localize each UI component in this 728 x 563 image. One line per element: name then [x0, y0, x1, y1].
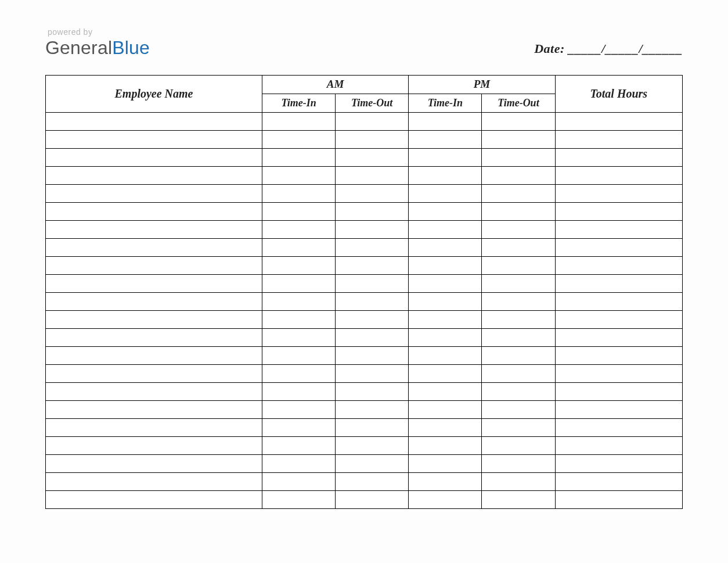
cell-employee-name[interactable]	[46, 166, 262, 184]
cell-pm-time-out[interactable]	[482, 454, 555, 472]
cell-total-hours[interactable]	[555, 490, 682, 508]
cell-am-time-in[interactable]	[262, 130, 335, 148]
cell-employee-name[interactable]	[46, 130, 262, 148]
cell-am-time-in[interactable]	[262, 364, 335, 382]
cell-total-hours[interactable]	[555, 166, 682, 184]
cell-am-time-out[interactable]	[336, 436, 409, 454]
cell-pm-time-in[interactable]	[409, 364, 482, 382]
cell-pm-time-out[interactable]	[482, 238, 555, 256]
cell-employee-name[interactable]	[46, 292, 262, 310]
cell-employee-name[interactable]	[46, 400, 262, 418]
cell-total-hours[interactable]	[555, 256, 682, 274]
cell-am-time-out[interactable]	[336, 274, 409, 292]
cell-pm-time-out[interactable]	[482, 364, 555, 382]
cell-employee-name[interactable]	[46, 382, 262, 400]
cell-total-hours[interactable]	[555, 436, 682, 454]
cell-am-time-in[interactable]	[262, 328, 335, 346]
cell-pm-time-in[interactable]	[409, 328, 482, 346]
cell-employee-name[interactable]	[46, 238, 262, 256]
cell-am-time-in[interactable]	[262, 382, 335, 400]
cell-pm-time-in[interactable]	[409, 346, 482, 364]
cell-am-time-in[interactable]	[262, 418, 335, 436]
cell-total-hours[interactable]	[555, 148, 682, 166]
cell-am-time-out[interactable]	[336, 292, 409, 310]
cell-am-time-out[interactable]	[336, 166, 409, 184]
cell-pm-time-out[interactable]	[482, 130, 555, 148]
cell-pm-time-out[interactable]	[482, 472, 555, 490]
cell-am-time-in[interactable]	[262, 166, 335, 184]
cell-am-time-out[interactable]	[336, 148, 409, 166]
cell-total-hours[interactable]	[555, 274, 682, 292]
cell-am-time-in[interactable]	[262, 112, 335, 130]
cell-am-time-in[interactable]	[262, 238, 335, 256]
cell-employee-name[interactable]	[46, 490, 262, 508]
cell-pm-time-out[interactable]	[482, 346, 555, 364]
cell-pm-time-in[interactable]	[409, 472, 482, 490]
cell-total-hours[interactable]	[555, 400, 682, 418]
cell-total-hours[interactable]	[555, 454, 682, 472]
cell-pm-time-out[interactable]	[482, 490, 555, 508]
cell-pm-time-in[interactable]	[409, 310, 482, 328]
cell-am-time-out[interactable]	[336, 400, 409, 418]
cell-pm-time-out[interactable]	[482, 166, 555, 184]
cell-total-hours[interactable]	[555, 418, 682, 436]
cell-am-time-out[interactable]	[336, 184, 409, 202]
cell-pm-time-in[interactable]	[409, 130, 482, 148]
cell-pm-time-in[interactable]	[409, 166, 482, 184]
cell-am-time-in[interactable]	[262, 400, 335, 418]
cell-pm-time-in[interactable]	[409, 202, 482, 220]
date-field[interactable]: Date: _____/_____/______	[534, 41, 683, 59]
cell-am-time-out[interactable]	[336, 490, 409, 508]
cell-pm-time-in[interactable]	[409, 256, 482, 274]
cell-employee-name[interactable]	[46, 454, 262, 472]
cell-pm-time-out[interactable]	[482, 328, 555, 346]
cell-pm-time-out[interactable]	[482, 436, 555, 454]
cell-pm-time-out[interactable]	[482, 310, 555, 328]
cell-am-time-out[interactable]	[336, 346, 409, 364]
cell-am-time-out[interactable]	[336, 382, 409, 400]
cell-pm-time-out[interactable]	[482, 418, 555, 436]
cell-pm-time-in[interactable]	[409, 454, 482, 472]
cell-am-time-out[interactable]	[336, 310, 409, 328]
cell-pm-time-out[interactable]	[482, 400, 555, 418]
cell-total-hours[interactable]	[555, 292, 682, 310]
cell-am-time-in[interactable]	[262, 292, 335, 310]
cell-employee-name[interactable]	[46, 256, 262, 274]
cell-pm-time-out[interactable]	[482, 382, 555, 400]
cell-pm-time-in[interactable]	[409, 112, 482, 130]
cell-pm-time-in[interactable]	[409, 418, 482, 436]
cell-total-hours[interactable]	[555, 220, 682, 238]
cell-employee-name[interactable]	[46, 310, 262, 328]
cell-am-time-in[interactable]	[262, 454, 335, 472]
cell-pm-time-out[interactable]	[482, 148, 555, 166]
cell-total-hours[interactable]	[555, 112, 682, 130]
cell-am-time-out[interactable]	[336, 238, 409, 256]
cell-pm-time-out[interactable]	[482, 274, 555, 292]
cell-am-time-in[interactable]	[262, 148, 335, 166]
cell-pm-time-in[interactable]	[409, 292, 482, 310]
cell-total-hours[interactable]	[555, 184, 682, 202]
cell-employee-name[interactable]	[46, 418, 262, 436]
cell-employee-name[interactable]	[46, 220, 262, 238]
cell-employee-name[interactable]	[46, 112, 262, 130]
cell-total-hours[interactable]	[555, 472, 682, 490]
cell-employee-name[interactable]	[46, 436, 262, 454]
cell-pm-time-out[interactable]	[482, 184, 555, 202]
cell-am-time-out[interactable]	[336, 454, 409, 472]
cell-pm-time-in[interactable]	[409, 490, 482, 508]
cell-pm-time-in[interactable]	[409, 436, 482, 454]
cell-total-hours[interactable]	[555, 202, 682, 220]
cell-am-time-out[interactable]	[336, 472, 409, 490]
cell-pm-time-in[interactable]	[409, 148, 482, 166]
cell-employee-name[interactable]	[46, 274, 262, 292]
cell-employee-name[interactable]	[46, 184, 262, 202]
cell-total-hours[interactable]	[555, 364, 682, 382]
cell-pm-time-out[interactable]	[482, 202, 555, 220]
cell-am-time-in[interactable]	[262, 220, 335, 238]
cell-am-time-in[interactable]	[262, 274, 335, 292]
cell-pm-time-in[interactable]	[409, 184, 482, 202]
cell-am-time-out[interactable]	[336, 418, 409, 436]
cell-am-time-out[interactable]	[336, 112, 409, 130]
cell-employee-name[interactable]	[46, 472, 262, 490]
cell-pm-time-out[interactable]	[482, 220, 555, 238]
